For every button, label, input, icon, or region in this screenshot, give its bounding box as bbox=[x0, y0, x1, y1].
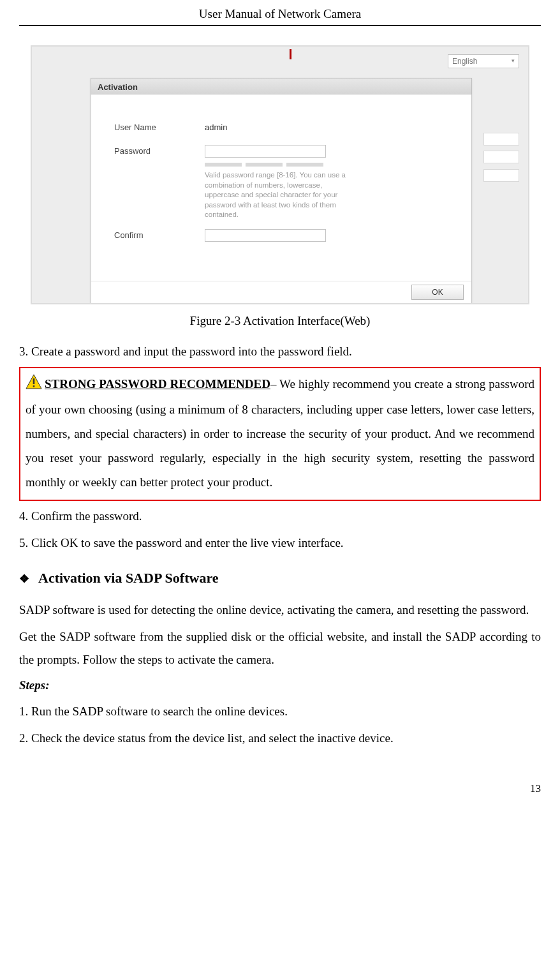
step-3: 3. Create a password and input the passw… bbox=[19, 340, 541, 363]
value-username: admin bbox=[205, 121, 227, 134]
row-confirm: Confirm bbox=[91, 229, 471, 242]
chevron-down-icon: ▾ bbox=[512, 57, 515, 66]
steps-label: Steps: bbox=[19, 676, 541, 695]
warning-heading: STRONG PASSWORD RECOMMENDED bbox=[45, 377, 270, 391]
strength-seg bbox=[205, 163, 242, 167]
activation-interface-image: English ▾ Activation User Name admin Pas… bbox=[31, 45, 529, 304]
page-number: 13 bbox=[19, 780, 541, 797]
ok-button[interactable]: OK bbox=[411, 285, 464, 300]
label-password: Password bbox=[114, 145, 205, 158]
step-5: 5. Click OK to save the password and ent… bbox=[19, 532, 541, 555]
dialog-footer: OK bbox=[91, 281, 471, 304]
page-header-title: User Manual of Network Camera bbox=[19, 0, 541, 25]
password-hint: Valid password range [8-16]. You can use… bbox=[91, 170, 371, 220]
warning-body: – We highly recommend you create a stron… bbox=[26, 377, 534, 489]
row-password: Password bbox=[91, 145, 471, 158]
confirm-input[interactable] bbox=[205, 229, 326, 242]
password-input[interactable] bbox=[205, 145, 326, 158]
label-username: User Name bbox=[114, 121, 205, 134]
label-confirm: Confirm bbox=[114, 229, 205, 242]
warning-triangle-icon bbox=[26, 373, 42, 398]
strength-seg bbox=[286, 163, 323, 167]
bg-field bbox=[483, 151, 519, 163]
bg-field bbox=[483, 133, 519, 145]
paragraph-1: SADP software is used for detecting the … bbox=[19, 599, 541, 622]
step-4: 4. Confirm the password. bbox=[19, 505, 541, 528]
activation-dialog: Activation User Name admin Password Vali… bbox=[91, 78, 472, 304]
brand-accent bbox=[290, 49, 291, 59]
sadp-step-1: 1. Run the SADP software to search the o… bbox=[19, 700, 541, 723]
password-strength-meter bbox=[91, 163, 471, 167]
header-rule bbox=[19, 25, 541, 26]
section-heading: ❖Activation via SADP Software bbox=[19, 567, 541, 588]
warning-text: STRONG PASSWORD RECOMMENDED– We highly r… bbox=[26, 372, 534, 495]
svg-rect-1 bbox=[33, 378, 35, 384]
figure-caption: Figure 2-3 Activation Interface(Web) bbox=[19, 312, 541, 331]
diamond-bullet-icon: ❖ bbox=[19, 572, 29, 585]
bg-field bbox=[483, 169, 519, 182]
sadp-step-2: 2. Check the device status from the devi… bbox=[19, 727, 541, 750]
language-select[interactable]: English ▾ bbox=[448, 54, 519, 68]
dialog-title: Activation bbox=[91, 78, 472, 94]
paragraph-2: Get the SADP software from the supplied … bbox=[19, 625, 541, 671]
section-title-text: Activation via SADP Software bbox=[38, 570, 219, 586]
language-value: English bbox=[452, 56, 477, 67]
warning-box: STRONG PASSWORD RECOMMENDED– We highly r… bbox=[19, 367, 541, 501]
strength-seg bbox=[246, 163, 283, 167]
svg-rect-2 bbox=[33, 385, 35, 387]
row-username: User Name admin bbox=[91, 121, 471, 134]
